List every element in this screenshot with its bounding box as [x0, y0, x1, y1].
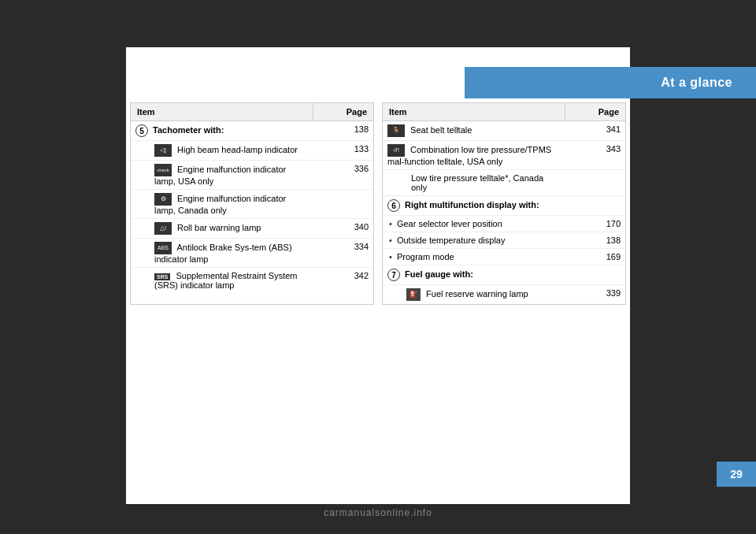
item-cell: SRS Supplemental Restraint System (SRS) …	[131, 268, 313, 294]
table-row: 🪑 Seat belt telltale 341	[383, 121, 625, 141]
table-row: ↺! Combination low tire pressure/TPMS ma…	[383, 141, 625, 170]
item-cell: • Gear selector lever position	[383, 216, 565, 232]
tpms-icon: ↺!	[387, 144, 405, 157]
table-row: • Outside temperature display 138	[383, 232, 625, 249]
table-row: △! Roll bar warning lamp 340	[131, 219, 373, 239]
section-label: Right multifunction display with:	[405, 200, 539, 210]
item-cell: • Outside temperature display	[383, 232, 565, 249]
bullet-icon: •	[389, 235, 392, 245]
table-row: check engine Engine malfunction indicato…	[131, 161, 373, 190]
page-cell	[565, 265, 625, 285]
item-cell: ⛽ Fuel reserve warning lamp	[383, 285, 565, 305]
page-cell: 342	[313, 268, 373, 294]
item-cell: • Program mode	[383, 249, 565, 265]
item-cell: △! Roll bar warning lamp	[131, 219, 313, 239]
page-cell: 138	[565, 232, 625, 249]
header-banner: At a glance	[465, 67, 756, 98]
item-cell: 5 Tachometer with:	[131, 121, 313, 141]
srs-icon: SRS	[154, 273, 170, 280]
table-row: 7 Fuel gauge with:	[383, 265, 625, 285]
tables-container: Item Page 5 Tachometer with: 138 ◁|	[130, 102, 626, 305]
item-cell: ABS Antilock Brake Sys-tem (ABS) indicat…	[131, 239, 313, 268]
table-row: 5 Tachometer with: 138	[131, 121, 373, 141]
item-cell: ◁| High beam head-lamp indicator	[131, 141, 313, 161]
right-table-page-header: Page	[565, 103, 625, 121]
bullet-icon: •	[389, 252, 392, 261]
page-cell: 334	[313, 239, 373, 268]
abs-icon: ABS	[154, 242, 172, 254]
table-row: ABS Antilock Brake Sys-tem (ABS) indicat…	[131, 239, 373, 268]
table-row: Low tire pressure telltale*, Canada only	[383, 170, 625, 196]
engine-ca-icon: ⚙	[154, 193, 172, 206]
item-cell: ↺! Combination low tire pressure/TPMS ma…	[383, 141, 565, 170]
page-cell	[565, 196, 625, 216]
page-cell: 169	[565, 249, 625, 265]
section-number: 7	[387, 269, 400, 281]
item-cell: 🪑 Seat belt telltale	[383, 121, 565, 141]
item-cell: Low tire pressure telltale*, Canada only	[383, 170, 565, 196]
page-cell: 340	[313, 219, 373, 239]
fuel-icon: ⛽	[406, 288, 421, 301]
watermark: carmanualsonline.info	[324, 507, 432, 518]
table-row: SRS Supplemental Restraint System (SRS) …	[131, 268, 373, 294]
page-cell: 339	[565, 285, 625, 305]
page-title: At a glance	[661, 76, 732, 90]
rollbar-icon: △!	[154, 222, 172, 235]
seatbelt-icon: 🪑	[387, 124, 405, 137]
item-cell: 6 Right multifunction display with:	[383, 196, 565, 216]
left-table-item-header: Item	[131, 103, 313, 121]
section-label: Fuel gauge with:	[405, 269, 473, 279]
left-table-page-header: Page	[313, 103, 373, 121]
item-cell: check engine Engine malfunction indicato…	[131, 161, 313, 190]
page-cell: 336	[313, 161, 373, 190]
page-cell: 138	[313, 121, 373, 141]
page-cell: 133	[313, 141, 373, 161]
section-number: 5	[135, 124, 148, 137]
page-cell	[313, 190, 373, 219]
table-row: • Program mode 169	[383, 249, 625, 265]
page-number: 29	[730, 468, 743, 480]
page-cell: 343	[565, 141, 625, 170]
table-row: • Gear selector lever position 170	[383, 216, 625, 232]
page-number-badge: 29	[717, 462, 756, 487]
table-row: ◁| High beam head-lamp indicator 133	[131, 141, 373, 161]
section-label: Tachometer with:	[153, 125, 224, 135]
page-cell: 170	[565, 216, 625, 232]
bullet-icon: •	[389, 219, 392, 228]
table-row: ⚙ Engine malfunction indicator lamp, Can…	[131, 190, 373, 219]
check-engine-icon: check engine	[154, 164, 172, 176]
left-table: Item Page 5 Tachometer with: 138 ◁|	[130, 102, 374, 305]
section-number: 6	[387, 199, 400, 212]
item-cell: 7 Fuel gauge with:	[383, 265, 565, 285]
right-table-item-header: Item	[383, 103, 565, 121]
table-row: ⛽ Fuel reserve warning lamp 339	[383, 285, 625, 305]
right-table: Item Page 🪑 Seat belt telltale 341 ↺!	[382, 102, 626, 305]
headlight-icon: ◁|	[154, 144, 172, 157]
page-cell	[565, 170, 625, 196]
page-cell: 341	[565, 121, 625, 141]
table-row: 6 Right multifunction display with:	[383, 196, 625, 216]
item-cell: ⚙ Engine malfunction indicator lamp, Can…	[131, 190, 313, 219]
